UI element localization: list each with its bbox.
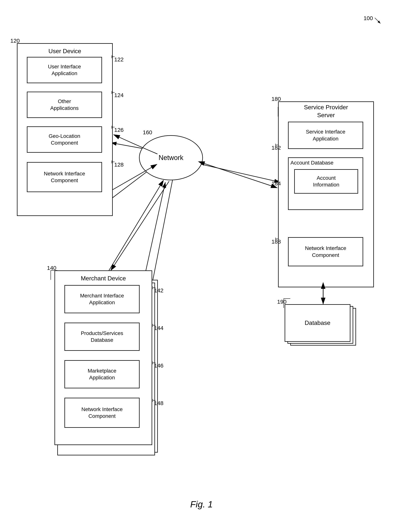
merchant-device-box: Merchant Device Merchant InterfaceApplic… <box>54 270 152 445</box>
account-database-label: Account Database <box>290 160 333 166</box>
user-device-nic-box: Network InterfaceComponent <box>27 162 102 192</box>
ref-190: 190 <box>277 298 287 305</box>
svg-line-5 <box>197 163 280 182</box>
svg-line-3 <box>150 178 173 293</box>
ref-180: 180 <box>271 96 281 102</box>
svg-line-43 <box>204 163 277 188</box>
marketplace-app-box: MarketplaceApplication <box>64 360 140 388</box>
ref-140: 140 <box>47 265 56 271</box>
other-applications-box: OtherApplications <box>27 92 102 118</box>
fig-label: Fig. 1 <box>190 499 213 509</box>
user-interface-app-box: User InterfaceApplication <box>27 57 102 83</box>
service-provider-box: Service ProviderServer Service Interface… <box>278 101 374 287</box>
svg-line-16 <box>375 18 380 24</box>
ref-160: 160 <box>143 129 152 136</box>
account-information-box: AccountInformation <box>294 169 358 194</box>
sp-nic-box: Network InterfaceComponent <box>288 237 363 266</box>
account-database-outer: Account Database AccountInformation <box>288 157 363 210</box>
service-provider-label: Service ProviderServer <box>290 105 362 118</box>
ref-120: 120 <box>10 38 20 44</box>
user-device-label: User Device <box>33 47 97 56</box>
merchant-device-label: Merchant Device <box>68 274 139 283</box>
database-box: Database <box>285 304 350 342</box>
service-interface-app-box: Service InterfaceApplication <box>288 122 363 149</box>
products-services-db-box: Products/ServicesDatabase <box>64 323 140 351</box>
merchant-interface-app-box: Merchant InterfaceApplication <box>64 285 140 313</box>
network-ellipse: Network <box>139 135 203 180</box>
geo-location-box: Geo-LocationComponent <box>27 126 102 153</box>
merchant-nic-box: Network InterfaceComponent <box>64 398 140 428</box>
user-device-box: User Device User InterfaceApplication Ot… <box>17 43 113 216</box>
